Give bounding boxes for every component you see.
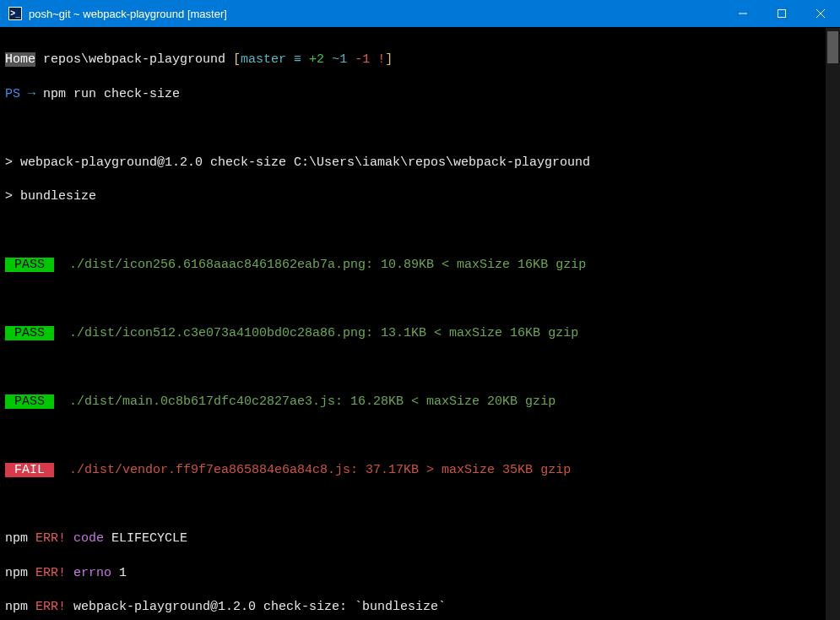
- pass-text: ./dist/main.0c8b617dfc40c2827ae3.js: 16.…: [54, 394, 555, 409]
- fail-text: ./dist/vendor.ff9f7ea865884e6a84c8.js: 3…: [54, 463, 571, 477]
- ps-line: PS → npm run check-size: [5, 86, 821, 103]
- npm-label: npm: [5, 566, 28, 580]
- blank: [5, 120, 821, 137]
- scrollbar[interactable]: [826, 28, 840, 620]
- terminal-window: >_ posh~git ~ webpack-playground [master…: [0, 0, 840, 620]
- home-badge: Home: [5, 52, 35, 67]
- powershell-icon: >_: [8, 7, 22, 20]
- pass-badge: PASS: [5, 326, 54, 340]
- titlebar[interactable]: >_ posh~git ~ webpack-playground [master…: [0, 0, 840, 27]
- prompt-line: Home repos\webpack-playground [master ≡ …: [5, 52, 821, 68]
- command: npm run check-size: [43, 87, 180, 101]
- pass-badge: PASS: [5, 258, 54, 272]
- minimize-icon: [739, 9, 747, 18]
- err-label: ERR!: [28, 566, 66, 580]
- npm-err-line: npm ERR! errno 1: [5, 565, 821, 582]
- fail-line: FAIL ./dist/vendor.ff9f7ea865884e6a84c8.…: [5, 462, 821, 479]
- git-open: [: [233, 52, 241, 67]
- git-plus: +2: [309, 52, 324, 67]
- window-controls: [723, 0, 840, 27]
- err-label: ERR!: [28, 600, 66, 614]
- pass-line: PASS ./dist/main.0c8b617dfc40c2827ae3.js…: [5, 394, 821, 411]
- fail-badge: FAIL: [5, 463, 54, 477]
- exec-line: > webpack-playground@1.2.0 check-size C:…: [5, 155, 821, 171]
- maximize-icon: [778, 9, 786, 18]
- ps-label: PS: [5, 87, 20, 101]
- pass-text: ./dist/icon512.c3e073a4100bd0c28a86.png:…: [54, 326, 578, 340]
- npm-err-line: npm ERR! code ELIFECYCLE: [5, 530, 821, 547]
- blank: [5, 428, 821, 445]
- blank: [5, 360, 821, 377]
- npm-label: npm: [5, 531, 28, 546]
- ps-arrow: →: [20, 87, 43, 101]
- errno-key: errno: [66, 566, 111, 580]
- blank: [5, 291, 821, 308]
- git-minus: -1: [347, 52, 370, 67]
- errno-val: 1: [111, 566, 127, 580]
- close-button[interactable]: [801, 0, 840, 27]
- err-text: webpack-playground@1.2.0 check-size: `bu…: [66, 600, 446, 614]
- git-branch: master: [241, 52, 286, 67]
- err-code-val: ELIFECYCLE: [104, 531, 187, 546]
- cwd-path: repos\webpack-playground: [35, 52, 233, 67]
- svg-rect-1: [778, 10, 786, 18]
- terminal-output[interactable]: Home repos\webpack-playground [master ≡ …: [0, 28, 826, 620]
- pass-line: PASS ./dist/icon256.6168aaac8461862eab7a…: [5, 257, 821, 274]
- terminal-body: Home repos\webpack-playground [master ≡ …: [0, 27, 840, 620]
- pass-badge: PASS: [5, 394, 54, 409]
- blank: [5, 223, 821, 240]
- scroll-thumb[interactable]: [827, 31, 838, 63]
- pass-text: ./dist/icon256.6168aaac8461862eab7a.png:…: [54, 258, 586, 272]
- close-icon: [816, 9, 825, 18]
- window-title: posh~git ~ webpack-playground [master]: [29, 8, 723, 20]
- git-close: ]: [385, 52, 393, 67]
- maximize-button[interactable]: [762, 0, 801, 27]
- err-code-key: code: [66, 531, 104, 546]
- exec-line: > bundlesize: [5, 188, 821, 205]
- minimize-button[interactable]: [723, 0, 762, 27]
- git-tilde: ~1: [324, 52, 347, 67]
- npm-err-line: npm ERR! webpack-playground@1.2.0 check-…: [5, 599, 821, 616]
- blank: [5, 497, 821, 514]
- npm-label: npm: [5, 600, 28, 614]
- git-eq: ≡: [286, 52, 309, 67]
- pass-line: PASS ./dist/icon512.c3e073a4100bd0c28a86…: [5, 325, 821, 342]
- err-label: ERR!: [28, 531, 66, 546]
- git-bang: !: [370, 52, 385, 67]
